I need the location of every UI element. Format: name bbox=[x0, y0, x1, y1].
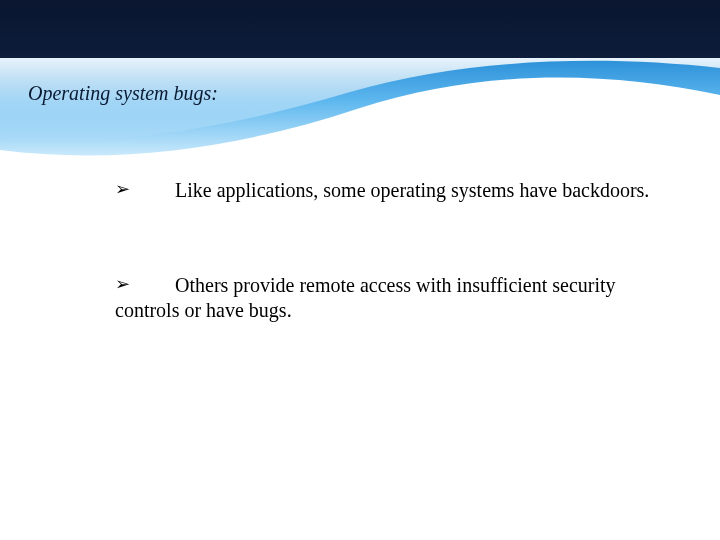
bullet-marker-icon: ➢ bbox=[115, 178, 175, 201]
bullet-text: Others provide remote access with insuff… bbox=[115, 274, 616, 321]
header-band bbox=[0, 0, 720, 160]
content-area: ➢Like applications, some operating syste… bbox=[115, 178, 660, 393]
bullet-text: Like applications, some operating system… bbox=[175, 179, 649, 201]
bullet-item: ➢Others provide remote access with insuf… bbox=[115, 273, 660, 323]
wave-graphic bbox=[0, 0, 720, 160]
slide-title: Operating system bugs: bbox=[28, 82, 218, 105]
bullet-marker-icon: ➢ bbox=[115, 273, 175, 296]
bullet-item: ➢Like applications, some operating syste… bbox=[115, 178, 660, 203]
